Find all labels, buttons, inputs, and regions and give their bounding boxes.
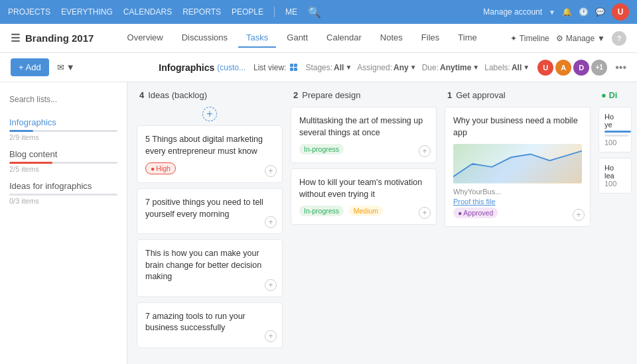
search-icon[interactable]: 🔍 — [308, 6, 321, 19]
inbox-icon: ✉ — [57, 62, 64, 72]
col-count: 1 — [447, 90, 452, 100]
chat-icon[interactable]: 💬 — [595, 7, 605, 17]
column-header: 1 Get approval — [445, 90, 591, 100]
add-card-top[interactable]: + — [202, 107, 217, 121]
stages-filter[interactable]: Stages: All ▼ — [305, 63, 352, 72]
assigned-filter[interactable]: Assigned: Any ▼ — [357, 63, 416, 72]
sidebar-item-blog[interactable]: Blog content 2/5 items — [0, 145, 127, 177]
tab-calendar[interactable]: Calendar — [318, 29, 370, 48]
card-add-btn[interactable]: + — [265, 165, 277, 177]
card-add-btn[interactable]: + — [419, 207, 431, 219]
user-avatar[interactable]: U — [612, 3, 629, 21]
top-nav-left: PROJECTS EVERYTHING CALENDARS REPORTS PE… — [8, 6, 321, 19]
avatar-plus[interactable]: +1 — [591, 60, 607, 76]
manage-label: Manage — [566, 34, 595, 43]
sidebar-progress-bar-container — [9, 162, 117, 164]
overflow-subtext: lea — [604, 172, 626, 180]
tab-files[interactable]: Files — [413, 29, 447, 48]
nav-actions: ✦ Timeline ⚙ Manage ▼ ? — [510, 31, 626, 46]
overflow-bar2 — [604, 135, 628, 137]
grid-view-icon[interactable] — [290, 64, 297, 71]
sidebar-progress-bar-container — [9, 130, 117, 132]
card-title: Why your business need a mobile app — [453, 115, 582, 139]
nav-me[interactable]: ME — [285, 7, 297, 17]
badge-high: ● High — [145, 162, 176, 174]
more-options-button[interactable]: ••• — [615, 62, 626, 74]
toolbar: + Add ✉ ▼ Infographics (custo... List vi… — [0, 53, 637, 82]
card-image — [453, 144, 582, 184]
sidebar-item-infographics[interactable]: Infographics 2/9 items — [0, 113, 127, 145]
card-5[interactable]: Multitasking the art of messing up sever… — [291, 107, 437, 163]
card-add-btn[interactable]: + — [419, 145, 431, 157]
col-title: Get approval — [456, 90, 505, 100]
file-link[interactable]: Proof this file — [453, 198, 582, 206]
timeline-button[interactable]: ✦ Timeline — [510, 34, 549, 43]
avatar-u[interactable]: U — [537, 60, 553, 76]
card-6[interactable]: How to kill your team's motivation witho… — [291, 168, 437, 225]
sidebar-item-label: Ideas for infographics — [9, 181, 117, 191]
col-count: 2 — [293, 90, 298, 100]
hamburger-menu[interactable]: ☰ — [11, 32, 20, 44]
tab-overview[interactable]: Overview — [119, 29, 171, 48]
avatar-d[interactable]: D — [573, 60, 589, 76]
search-input[interactable] — [9, 95, 117, 104]
card-title: 5 Things about digital marketing every e… — [145, 134, 274, 157]
labels-filter[interactable]: Labels: All ▼ — [484, 63, 530, 72]
sidebar-item-ideas[interactable]: Ideas for infographics 0/3 items — [0, 177, 127, 209]
card-add-btn[interactable]: + — [265, 279, 277, 291]
search-lists[interactable] — [0, 90, 127, 108]
file-name: WhyYourBus... — [453, 188, 582, 196]
tab-time[interactable]: Time — [450, 29, 484, 48]
card-4[interactable]: 7 amazing tools to run your business suc… — [137, 302, 283, 348]
avatar-a[interactable]: A — [555, 60, 571, 76]
add-button[interactable]: + Add — [11, 58, 49, 76]
kanban-column-overflow: ● Di Ho ye 100 Ho lea 100 — [599, 90, 632, 356]
timeline-label: Timeline — [520, 34, 549, 43]
inbox-chevron: ▼ — [66, 62, 75, 72]
help-button[interactable]: ? — [612, 31, 626, 46]
due-filter[interactable]: Due: Anytime ▼ — [422, 63, 480, 72]
nav-people[interactable]: PEOPLE — [232, 7, 263, 17]
card-3[interactable]: This is how you can make your brain chan… — [137, 239, 283, 297]
card-add-btn[interactable]: + — [265, 216, 277, 228]
card-title: How to kill your team's motivation witho… — [299, 177, 428, 200]
card-add-btn[interactable]: + — [573, 209, 585, 221]
column-header: 2 Prepare design — [291, 90, 437, 100]
nav-reports[interactable]: REPORTS — [182, 7, 221, 17]
view-title-sub[interactable]: (custo... — [217, 63, 246, 72]
overflow-text: Ho — [604, 164, 626, 172]
sidebar-item-label: Infographics — [9, 117, 117, 127]
gear-icon: ⚙ — [556, 34, 563, 43]
card-2[interactable]: 7 positive things you need to tell yours… — [137, 188, 283, 234]
overflow-card-2[interactable]: Ho lea 100 — [599, 158, 632, 194]
nav-divider — [274, 7, 275, 17]
card-add-btn[interactable]: + — [265, 330, 277, 342]
manage-account-btn[interactable]: Manage account — [483, 7, 542, 17]
tab-discussions[interactable]: Discussions — [174, 29, 236, 48]
overflow-card-1[interactable]: Ho ye 100 — [599, 107, 632, 152]
nav-everything[interactable]: EVERYTHING — [61, 7, 113, 17]
overflow-col-header: ● Di — [599, 90, 632, 100]
tab-tasks[interactable]: Tasks — [238, 29, 276, 48]
clock-icon[interactable]: 🕐 — [579, 7, 589, 17]
overflow-subtext: ye — [604, 121, 626, 129]
card-7[interactable]: Why your business need a mobile app WhyY… — [445, 107, 591, 227]
overflow-num: 100 — [604, 180, 626, 188]
overflow-bar — [604, 131, 631, 133]
nav-projects[interactable]: PROJECTS — [8, 7, 50, 17]
nav-calendars[interactable]: CALENDARS — [123, 7, 172, 17]
sidebar-progress-bar-container — [9, 194, 117, 196]
project-tabs: Overview Discussions Tasks Gantt Calenda… — [119, 29, 485, 48]
bell-icon[interactable]: 🔔 — [562, 7, 572, 17]
sidebar: Infographics 2/9 items Blog content 2/5 … — [0, 82, 127, 364]
card-1[interactable]: 5 Things about digital marketing every e… — [137, 125, 283, 183]
badge-inprogress: In-progress — [299, 144, 344, 154]
tab-gantt[interactable]: Gantt — [279, 29, 316, 48]
column-header: 4 Ideas (backlog) — [137, 90, 283, 100]
card-title: Multitasking the art of messing up sever… — [299, 115, 428, 139]
manage-button[interactable]: ⚙ Manage ▼ — [556, 34, 605, 43]
tab-notes[interactable]: Notes — [372, 29, 411, 48]
overflow-num: 100 — [604, 139, 626, 147]
inbox-button[interactable]: ✉ ▼ — [57, 62, 75, 72]
overflow-text: Ho — [604, 113, 626, 121]
